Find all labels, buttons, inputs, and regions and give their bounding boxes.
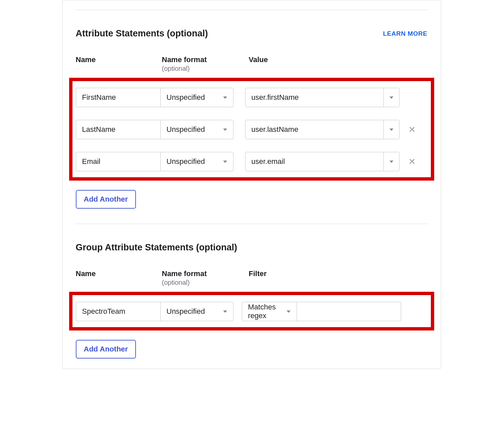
attr-header-format: Name format (optional) bbox=[162, 55, 249, 73]
group-format-select[interactable]: Unspecified bbox=[160, 302, 233, 321]
group-header-format: Name format (optional) bbox=[162, 269, 249, 287]
attr-name-input[interactable] bbox=[76, 152, 160, 171]
attr-column-headers: Name Name format (optional) Value bbox=[76, 55, 428, 73]
attr-value-dropdown[interactable] bbox=[383, 120, 399, 139]
attr-row: Unspecified bbox=[76, 88, 428, 107]
attr-format-select[interactable]: Unspecified bbox=[160, 120, 233, 139]
chevron-down-icon bbox=[223, 96, 227, 99]
chevron-down-icon bbox=[389, 161, 393, 163]
chevron-down-icon bbox=[223, 310, 227, 313]
group-header-name: Name bbox=[76, 269, 162, 287]
attr-value-input[interactable] bbox=[245, 120, 384, 139]
add-attribute-button[interactable]: Add Another bbox=[76, 190, 136, 209]
chevron-down-icon bbox=[223, 129, 227, 131]
attr-section-header: Attribute Statements (optional) LEARN MO… bbox=[76, 28, 428, 39]
remove-row-button[interactable]: ✕ bbox=[405, 157, 419, 167]
group-header-filter: Filter bbox=[249, 269, 402, 287]
attr-value-dropdown[interactable] bbox=[383, 152, 399, 171]
attr-value-combo bbox=[245, 152, 399, 171]
attr-name-input[interactable] bbox=[76, 120, 160, 139]
group-highlight-box: Unspecified Matches regex bbox=[69, 292, 434, 330]
chevron-down-icon bbox=[389, 96, 393, 99]
attr-highlight-box: Unspecified Unspecified bbox=[69, 78, 434, 181]
group-name-input[interactable] bbox=[76, 302, 160, 321]
chevron-down-icon bbox=[287, 310, 291, 313]
group-column-headers: Name Name format (optional) Filter bbox=[76, 269, 428, 287]
attr-section-title: Attribute Statements (optional) bbox=[76, 28, 208, 39]
remove-row-button[interactable]: ✕ bbox=[405, 125, 419, 135]
group-section-header: Group Attribute Statements (optional) bbox=[76, 242, 428, 253]
attr-header-value: Value bbox=[249, 55, 402, 73]
attr-value-combo bbox=[245, 88, 399, 107]
section-divider bbox=[76, 224, 428, 224]
attr-header-name: Name bbox=[76, 55, 162, 73]
attr-name-input[interactable] bbox=[76, 88, 160, 107]
group-filter-type-select[interactable]: Matches regex bbox=[242, 302, 297, 321]
attr-row: Unspecified ✕ bbox=[76, 152, 428, 171]
attr-format-select[interactable]: Unspecified bbox=[160, 88, 233, 107]
group-section-title: Group Attribute Statements (optional) bbox=[76, 242, 237, 253]
attr-format-select[interactable]: Unspecified bbox=[160, 152, 233, 171]
settings-panel: Attribute Statements (optional) LEARN MO… bbox=[62, 0, 441, 369]
group-filter-combo: Matches regex bbox=[242, 302, 401, 321]
learn-more-link[interactable]: LEARN MORE bbox=[383, 30, 428, 37]
attr-row: Unspecified ✕ bbox=[76, 120, 428, 139]
chevron-down-icon bbox=[389, 129, 393, 131]
attr-value-input[interactable] bbox=[245, 152, 384, 171]
chevron-down-icon bbox=[223, 161, 227, 163]
top-divider bbox=[76, 10, 428, 10]
attr-value-input[interactable] bbox=[245, 88, 384, 107]
attr-value-combo bbox=[245, 120, 399, 139]
group-filter-value-input[interactable] bbox=[297, 302, 401, 321]
add-group-attribute-button[interactable]: Add Another bbox=[76, 340, 136, 359]
group-row: Unspecified Matches regex bbox=[76, 302, 428, 321]
attr-value-dropdown[interactable] bbox=[383, 88, 399, 107]
